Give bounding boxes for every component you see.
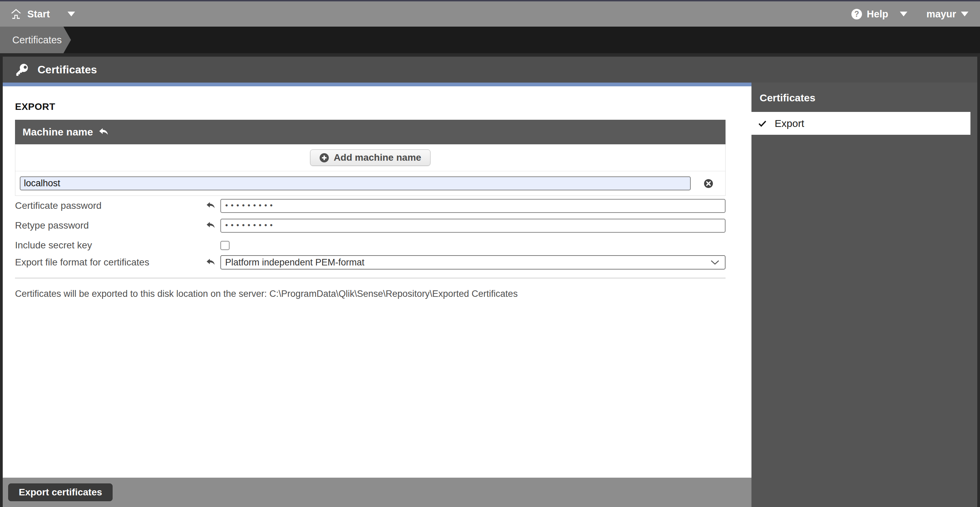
add-machine-name-button[interactable]: Add machine name bbox=[310, 150, 431, 166]
page-title: Certificates bbox=[38, 64, 97, 76]
chevron-down-icon bbox=[711, 260, 719, 265]
remove-circle-icon bbox=[704, 179, 713, 188]
export-format-select[interactable]: Platform independent PEM-format bbox=[220, 255, 725, 269]
check-icon bbox=[758, 120, 767, 127]
help-label: Help bbox=[867, 8, 888, 20]
breadcrumb-tab-certificates[interactable]: Certificates bbox=[0, 27, 64, 53]
page-header: Certificates bbox=[3, 57, 977, 83]
user-menu-button[interactable]: mayur bbox=[926, 8, 969, 20]
section-title: EXPORT bbox=[15, 101, 725, 112]
divider bbox=[15, 278, 725, 278]
retype-password-label: Retype password bbox=[15, 220, 206, 231]
undo-icon bbox=[99, 128, 109, 137]
accent-bar bbox=[3, 83, 751, 86]
top-navigation-bar: Start ? Help mayur bbox=[0, 2, 980, 27]
help-icon: ? bbox=[851, 9, 862, 19]
user-caret-icon bbox=[961, 11, 969, 16]
main-content-column: EXPORT Machine name bbox=[3, 83, 751, 507]
machine-name-header-label: Machine name bbox=[22, 126, 93, 138]
home-icon bbox=[10, 8, 22, 19]
start-label: Start bbox=[27, 8, 50, 20]
export-format-label: Export file format for certificates bbox=[15, 257, 206, 268]
undo-icon[interactable] bbox=[206, 202, 216, 210]
include-secret-key-label: Include secret key bbox=[15, 240, 206, 251]
retype-password-row: Retype password bbox=[15, 218, 725, 233]
plus-circle-icon bbox=[319, 153, 329, 163]
retype-password-input[interactable] bbox=[220, 219, 725, 233]
export-format-row: Export file format for certificates Plat… bbox=[15, 255, 725, 269]
machine-name-table-body: Add machine name bbox=[15, 144, 725, 196]
export-format-selected-value: Platform independent PEM-format bbox=[225, 257, 364, 268]
remove-machine-button[interactable] bbox=[704, 179, 713, 188]
undo-icon[interactable] bbox=[206, 222, 216, 230]
export-location-note: Certificates will be exported to this di… bbox=[15, 289, 725, 299]
add-machine-name-label: Add machine name bbox=[334, 152, 421, 163]
certificate-password-row: Certificate password bbox=[15, 199, 725, 213]
machine-name-table: Machine name bbox=[15, 120, 725, 196]
machine-name-input[interactable] bbox=[20, 176, 691, 190]
include-secret-key-checkbox[interactable] bbox=[220, 241, 229, 250]
export-certificates-button[interactable]: Export certificates bbox=[8, 483, 113, 501]
help-menu-button[interactable]: ? Help bbox=[851, 8, 907, 20]
sidebar-item-label: Export bbox=[775, 118, 804, 129]
add-machine-row: Add machine name bbox=[15, 144, 725, 171]
action-bar: Export certificates bbox=[3, 478, 751, 507]
body-region: Certificates EXPORT Machine name bbox=[0, 53, 980, 507]
certificate-password-label: Certificate password bbox=[15, 200, 206, 211]
machine-name-column-header[interactable]: Machine name bbox=[15, 120, 725, 144]
undo-icon[interactable] bbox=[206, 258, 216, 266]
sidebar: Certificates Export bbox=[751, 83, 977, 507]
certificate-password-input[interactable] bbox=[220, 199, 725, 213]
machine-name-row bbox=[15, 171, 725, 196]
export-panel: EXPORT Machine name bbox=[3, 86, 751, 478]
start-caret-icon bbox=[68, 11, 75, 16]
key-icon bbox=[16, 63, 29, 76]
qmc-certificates-page: Start ? Help mayur Certificates Ce bbox=[0, 0, 980, 507]
include-secret-key-row: Include secret key bbox=[15, 238, 725, 252]
breadcrumb: Certificates bbox=[0, 27, 980, 53]
breadcrumb-label: Certificates bbox=[12, 35, 62, 46]
sidebar-title: Certificates bbox=[751, 83, 977, 112]
help-caret-icon bbox=[900, 11, 907, 16]
start-menu-button[interactable]: Start bbox=[10, 8, 75, 20]
sidebar-item-export[interactable]: Export bbox=[751, 112, 970, 135]
user-name: mayur bbox=[926, 8, 956, 20]
